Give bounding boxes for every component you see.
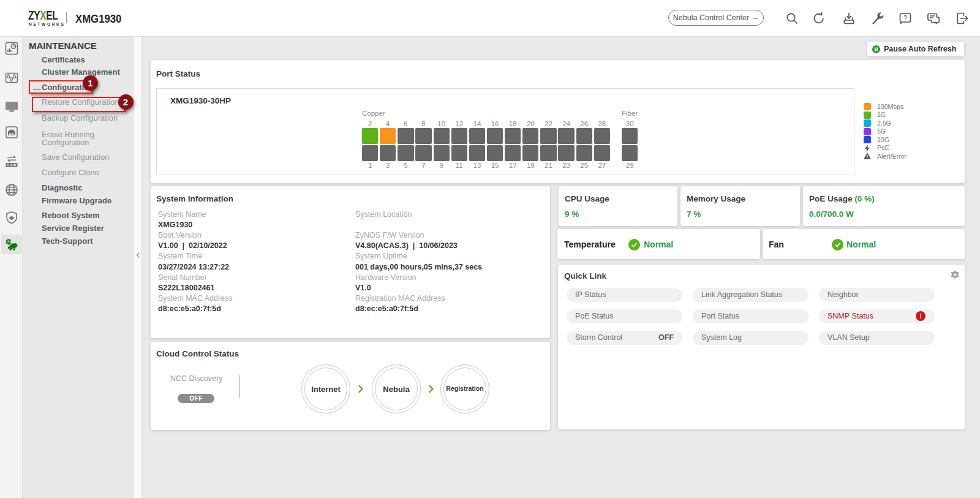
svg-text:?: ? xyxy=(903,14,907,21)
